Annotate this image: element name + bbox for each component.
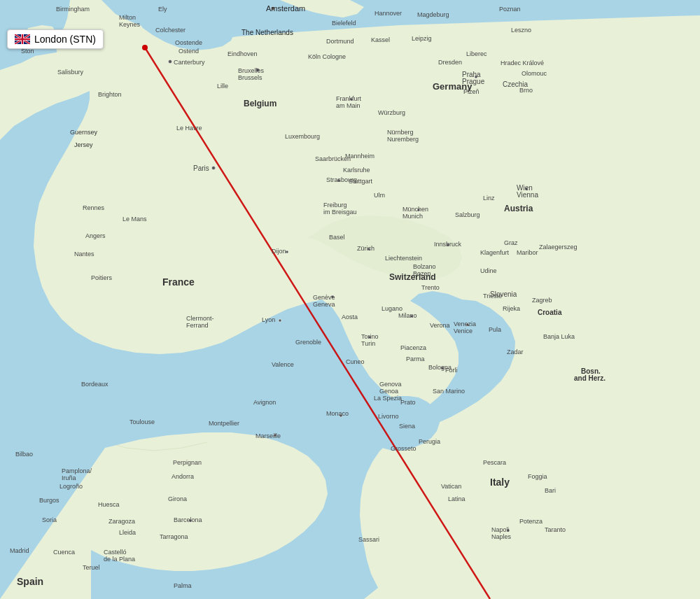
svg-text:Clermont-: Clermont- [186,315,214,322]
svg-text:Girona: Girona [168,495,187,502]
svg-point-3 [169,60,172,64]
svg-text:Amsterdam: Amsterdam [266,4,305,13]
origin-label: London (STN) [7,29,104,49]
svg-text:Palma: Palma [174,582,192,589]
svg-point-2 [142,45,148,50]
svg-text:Avignon: Avignon [253,399,276,406]
svg-text:Ulm: Ulm [374,192,385,199]
svg-text:Perugia: Perugia [419,438,440,445]
svg-text:Dijon: Dijon [272,248,286,255]
svg-text:Monaco: Monaco [326,410,349,417]
svg-text:Liberec: Liberec [466,50,487,57]
svg-text:Paris: Paris [193,164,209,172]
svg-text:Vienna: Vienna [517,191,538,199]
svg-text:Udine: Udine [480,267,497,274]
svg-text:Poznan: Poznan [499,6,521,13]
svg-text:Maribor: Maribor [517,249,538,256]
svg-text:Venezia: Venezia [454,320,476,327]
svg-text:de la Plana: de la Plana [104,556,135,563]
svg-text:Bari: Bari [545,487,556,494]
svg-text:Innsbruck: Innsbruck [434,241,462,248]
svg-text:Turin: Turin [361,340,375,347]
svg-text:Croatia: Croatia [538,309,562,316]
svg-text:Freiburg: Freiburg [323,202,347,209]
svg-text:Barcelona: Barcelona [174,516,202,523]
svg-text:Canterbury: Canterbury [174,59,205,66]
svg-text:Bruxelles: Bruxelles [238,67,265,74]
svg-text:im Breisgau: im Breisgau [323,209,357,216]
svg-text:Linz: Linz [483,195,495,202]
svg-text:Nuremberg: Nuremberg [387,136,419,143]
svg-text:München: München [402,206,428,213]
svg-text:Hradec Králové: Hradec Králové [500,59,544,66]
svg-text:France: France [162,276,195,288]
svg-text:Pescara: Pescara [483,459,506,466]
svg-text:Lleida: Lleida [119,529,136,536]
svg-text:Dresden: Dresden [438,59,462,66]
svg-text:Bordeaux: Bordeaux [81,381,108,388]
svg-text:Prato: Prato [400,399,416,406]
svg-text:Trieste: Trieste [483,293,502,300]
svg-text:Castelló: Castelló [104,549,127,556]
svg-text:Brno: Brno [519,87,533,94]
svg-text:Ely: Ely [158,6,167,13]
svg-text:Salzburg: Salzburg [455,211,480,218]
svg-text:Iruña: Iruña [62,474,76,481]
svg-text:Genova: Genova [379,381,402,388]
svg-text:Stuttgart: Stuttgart [349,178,373,185]
svg-text:Logroño: Logroño [59,483,83,490]
svg-text:Torino: Torino [361,333,379,340]
map-svg: Amsterdam The Netherlands Oostende Osten… [0,0,700,599]
svg-text:Sassari: Sassari [358,536,379,543]
svg-text:Guernsey: Guernsey [70,129,98,136]
svg-text:Pamplona/: Pamplona/ [62,467,92,474]
svg-text:The Netherlands: The Netherlands [241,29,293,36]
svg-text:Aosta: Aosta [342,313,358,320]
svg-text:Munich: Munich [402,213,423,220]
svg-text:Zürich: Zürich [357,245,374,252]
svg-text:Venice: Venice [454,327,472,334]
svg-text:Vatican: Vatican [441,483,461,490]
svg-text:Geneva: Geneva [313,301,335,308]
svg-text:Austria: Austria [504,204,533,213]
svg-text:Valence: Valence [272,361,294,368]
svg-text:Cuneo: Cuneo [346,358,365,365]
svg-text:Teruel: Teruel [83,564,100,571]
svg-text:Foggia: Foggia [528,473,547,480]
svg-text:Zagreb: Zagreb [532,297,552,304]
svg-text:Tarragona: Tarragona [160,533,188,540]
svg-text:Birmingham: Birmingham [56,6,90,13]
svg-text:Piacenza: Piacenza [400,344,426,351]
svg-text:Poitiers: Poitiers [91,274,113,281]
svg-text:Angers: Angers [85,232,106,239]
svg-text:Ferrand: Ferrand [186,322,209,329]
svg-text:Leipzig: Leipzig [412,35,432,42]
svg-text:Nürnberg: Nürnberg [387,129,414,136]
svg-text:Lugano: Lugano [382,305,402,312]
svg-text:Ostend: Ostend [178,48,199,55]
svg-text:Oostende: Oostende [175,39,202,46]
svg-text:Huesca: Huesca [98,501,120,508]
svg-text:Graz: Graz [504,239,518,246]
origin-city-label: London (STN) [34,34,96,45]
svg-text:Taranto: Taranto [545,526,566,533]
svg-text:La Spezia: La Spezia [374,395,402,402]
svg-text:Zadar: Zadar [507,348,524,355]
svg-text:Andorra: Andorra [172,473,194,480]
svg-text:and Herz.: and Herz. [574,374,606,382]
svg-text:Bilbao: Bilbao [15,451,33,458]
svg-point-13 [279,319,281,322]
svg-text:Genoa: Genoa [379,388,398,395]
svg-text:Marseille: Marseille [255,432,281,439]
svg-text:Prague: Prague [462,78,485,85]
svg-point-6 [212,167,216,170]
svg-text:Zaragoza: Zaragoza [108,518,135,525]
svg-text:Hannover: Hannover [374,10,402,17]
svg-text:Le Mans: Le Mans [122,216,147,223]
svg-text:Rijeka: Rijeka [503,305,520,312]
svg-text:Grosseto: Grosseto [391,445,416,452]
svg-text:Forli: Forli [445,367,458,374]
svg-text:Banja Luka: Banja Luka [543,333,575,340]
map-container: Amsterdam The Netherlands Oostende Osten… [0,0,700,599]
svg-text:Lille: Lille [217,83,228,90]
